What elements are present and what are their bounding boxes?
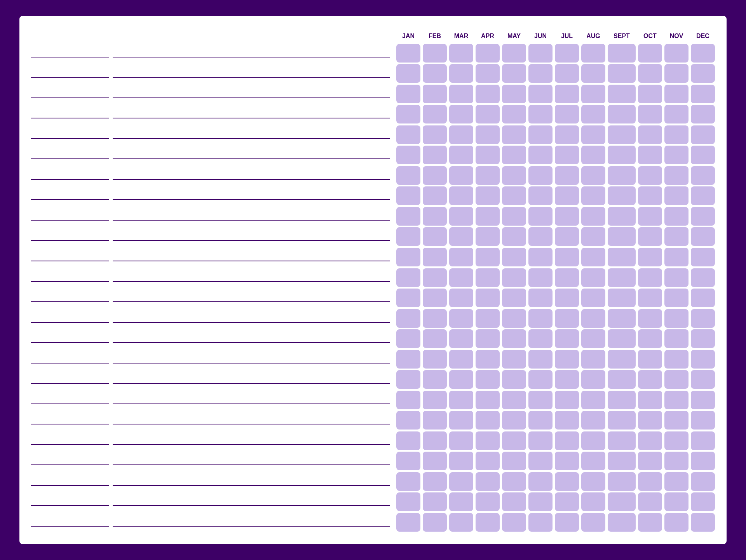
day-input-9[interactable] [31,212,109,221]
checkbox-nov-row-12[interactable] [664,268,688,287]
checkbox-dec-row-2[interactable] [691,64,715,83]
checkbox-dec-row-16[interactable] [691,350,715,369]
checkbox-aug-row-19[interactable] [581,411,605,430]
checkbox-mar-row-21[interactable] [449,452,473,470]
checkbox-aug-row-3[interactable] [581,85,605,103]
checkbox-feb-row-9[interactable] [423,207,447,226]
checkbox-aug-row-17[interactable] [581,370,605,389]
bill-input-6[interactable] [113,151,390,159]
checkbox-jul-row-9[interactable] [555,207,579,226]
checkbox-oct-row-19[interactable] [638,411,662,430]
checkbox-nov-row-10[interactable] [664,227,688,246]
bill-input-23[interactable] [113,497,390,506]
checkbox-apr-row-10[interactable] [476,227,500,246]
checkbox-mar-row-23[interactable] [449,492,473,511]
checkbox-feb-row-23[interactable] [423,492,447,511]
checkbox-jun-row-6[interactable] [528,146,553,164]
checkbox-feb-row-15[interactable] [423,329,447,348]
checkbox-jan-row-6[interactable] [396,146,420,164]
checkbox-jun-row-16[interactable] [528,350,553,369]
bill-input-2[interactable] [113,69,390,78]
bill-input-5[interactable] [113,130,390,139]
checkbox-aug-row-2[interactable] [581,64,605,83]
checkbox-jun-row-4[interactable] [528,105,553,123]
checkbox-apr-row-9[interactable] [476,207,500,226]
day-input-12[interactable] [31,273,109,282]
checkbox-oct-row-24[interactable] [638,513,662,532]
checkbox-feb-row-6[interactable] [423,146,447,164]
checkbox-jul-row-3[interactable] [555,85,579,103]
checkbox-jan-row-1[interactable] [396,44,420,63]
checkbox-jul-row-2[interactable] [555,64,579,83]
checkbox-apr-row-8[interactable] [476,186,500,205]
checkbox-jan-row-23[interactable] [396,492,420,511]
checkbox-aug-row-24[interactable] [581,513,605,532]
bill-input-10[interactable] [113,232,390,241]
checkbox-feb-row-2[interactable] [423,64,447,83]
checkbox-dec-row-17[interactable] [691,370,715,389]
checkbox-jan-row-8[interactable] [396,186,420,205]
bill-input-8[interactable] [113,191,390,200]
checkbox-nov-row-18[interactable] [664,391,688,409]
checkbox-jan-row-19[interactable] [396,411,420,430]
day-input-21[interactable] [31,457,109,465]
bill-input-4[interactable] [113,110,390,118]
checkbox-nov-row-8[interactable] [664,186,688,205]
checkbox-oct-row-20[interactable] [638,431,662,450]
day-input-22[interactable] [31,477,109,486]
checkbox-sept-row-2[interactable] [608,64,636,83]
checkbox-oct-row-7[interactable] [638,166,662,185]
checkbox-jul-row-4[interactable] [555,105,579,123]
checkbox-oct-row-22[interactable] [638,472,662,491]
checkbox-jul-row-11[interactable] [555,248,579,266]
checkbox-mar-row-17[interactable] [449,370,473,389]
checkbox-mar-row-13[interactable] [449,289,473,307]
checkbox-jul-row-1[interactable] [555,44,579,63]
checkbox-mar-row-4[interactable] [449,105,473,123]
checkbox-jun-row-13[interactable] [528,289,553,307]
checkbox-apr-row-17[interactable] [476,370,500,389]
checkbox-jan-row-10[interactable] [396,227,420,246]
checkbox-aug-row-18[interactable] [581,391,605,409]
checkbox-mar-row-8[interactable] [449,186,473,205]
checkbox-dec-row-3[interactable] [691,85,715,103]
checkbox-jul-row-14[interactable] [555,309,579,328]
bill-input-11[interactable] [113,253,390,261]
checkbox-jun-row-2[interactable] [528,64,553,83]
bill-input-9[interactable] [113,212,390,221]
checkbox-feb-row-14[interactable] [423,309,447,328]
checkbox-aug-row-6[interactable] [581,146,605,164]
checkbox-dec-row-1[interactable] [691,44,715,63]
checkbox-feb-row-8[interactable] [423,186,447,205]
checkbox-jun-row-21[interactable] [528,452,553,470]
checkbox-mar-row-18[interactable] [449,391,473,409]
checkbox-sept-row-6[interactable] [608,146,636,164]
checkbox-may-row-23[interactable] [502,492,526,511]
checkbox-jul-row-7[interactable] [555,166,579,185]
checkbox-dec-row-11[interactable] [691,248,715,266]
checkbox-feb-row-17[interactable] [423,370,447,389]
checkbox-nov-row-14[interactable] [664,309,688,328]
day-input-17[interactable] [31,375,109,384]
checkbox-dec-row-4[interactable] [691,105,715,123]
checkbox-nov-row-4[interactable] [664,105,688,123]
day-input-15[interactable] [31,334,109,343]
checkbox-sept-row-10[interactable] [608,227,636,246]
checkbox-jun-row-12[interactable] [528,268,553,287]
checkbox-oct-row-2[interactable] [638,64,662,83]
checkbox-nov-row-15[interactable] [664,329,688,348]
checkbox-jan-row-2[interactable] [396,64,420,83]
checkbox-may-row-16[interactable] [502,350,526,369]
checkbox-oct-row-1[interactable] [638,44,662,63]
checkbox-dec-row-5[interactable] [691,125,715,144]
checkbox-sept-row-5[interactable] [608,125,636,144]
checkbox-oct-row-23[interactable] [638,492,662,511]
checkbox-aug-row-9[interactable] [581,207,605,226]
checkbox-nov-row-5[interactable] [664,125,688,144]
checkbox-may-row-5[interactable] [502,125,526,144]
day-input-18[interactable] [31,396,109,404]
bill-input-1[interactable] [113,49,390,57]
checkbox-oct-row-21[interactable] [638,452,662,470]
checkbox-aug-row-16[interactable] [581,350,605,369]
checkbox-sept-row-24[interactable] [608,513,636,532]
